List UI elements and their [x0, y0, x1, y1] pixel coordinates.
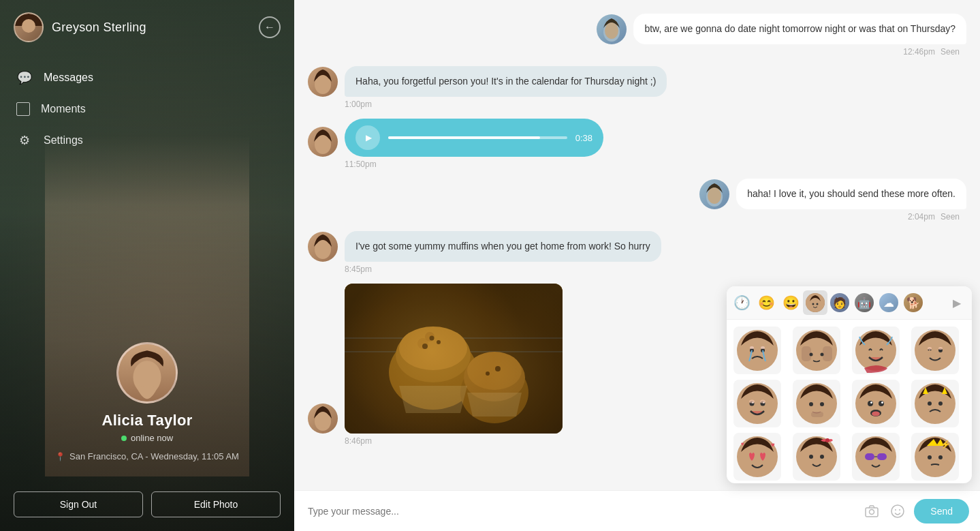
send-button[interactable]: Send — [914, 499, 969, 524]
svg-point-70 — [928, 401, 932, 406]
svg-point-78 — [820, 455, 824, 459]
svg-point-57 — [809, 402, 813, 406]
sticker-lightning[interactable]: ⚡ — [911, 433, 959, 481]
svg-point-20 — [433, 333, 447, 346]
emoji-tab-robot[interactable]: 🤖 — [852, 290, 876, 315]
sticker-devil[interactable] — [911, 380, 959, 427]
svg-point-54 — [749, 399, 755, 403]
svg-point-28 — [486, 371, 490, 376]
emoji-tab-grinning[interactable]: 😀 — [778, 290, 803, 315]
message-group-4: haha! I love it, you should send these m… — [308, 179, 966, 227]
svg-point-12 — [316, 412, 330, 428]
message-bubble: btw, are we gonna do date night tomorrow… — [633, 14, 966, 44]
message-group-1: btw, are we gonna do date night tomorrow… — [308, 14, 966, 62]
sticker-happy[interactable] — [733, 380, 781, 427]
message-time: 1:00pm — [345, 100, 372, 109]
girl-tab-image — [806, 293, 825, 312]
back-button[interactable]: ← — [259, 16, 281, 38]
sidebar-item-moments[interactable]: Moments — [0, 94, 294, 124]
svg-point-86 — [928, 455, 932, 459]
message-meta: Seen 12:46pm — [308, 46, 966, 62]
svg-rect-59 — [811, 412, 823, 417]
messages-icon: 💬 — [16, 70, 33, 86]
camera-icon[interactable] — [862, 502, 881, 521]
message-seen: Seen — [941, 212, 960, 222]
audio-duration: 0:38 — [575, 133, 592, 143]
message-text: haha! I love it, you should send these m… — [747, 188, 955, 199]
sign-out-button[interactable]: Sign Out — [14, 491, 143, 517]
edit-photo-button[interactable]: Edit Photo — [151, 491, 281, 517]
sticker-sunglasses[interactable] — [852, 433, 900, 481]
sticker-thoughtful[interactable] — [793, 380, 840, 427]
message-time: 11:50pm — [345, 160, 377, 169]
sticker-scared[interactable] — [852, 380, 900, 427]
svg-point-27 — [430, 336, 434, 341]
chef-tab-image: 🧑 — [830, 293, 849, 312]
moments-label: Moments — [41, 103, 86, 115]
sticker-embarrassed[interactable] — [793, 327, 840, 374]
svg-point-31 — [810, 298, 821, 310]
svg-point-4 — [316, 75, 330, 91]
emoji-tab-cloud[interactable]: ☁ — [876, 290, 901, 315]
svg-text:♥: ♥ — [771, 441, 775, 449]
sticker-laugh-cry[interactable] — [852, 327, 900, 374]
sidebar-item-settings[interactable]: ⚙ Settings — [0, 124, 294, 157]
svg-point-29 — [495, 366, 501, 371]
emoji-tab-next[interactable]: ▶ — [945, 290, 969, 315]
svg-rect-81 — [877, 453, 887, 460]
svg-point-61 — [868, 401, 873, 406]
message-row: haha! I love it, you should send these m… — [308, 179, 966, 209]
emoji-picker: 🕐 😊 😀 🧑 — [727, 286, 972, 483]
message-row: 0:38 — [308, 119, 966, 157]
svg-point-6 — [316, 135, 330, 151]
emoji-tab-chef[interactable]: 🧑 — [827, 290, 852, 315]
photo-message — [345, 284, 563, 434]
dog-tab-image: 🐕 — [904, 293, 923, 312]
emoji-tabs: 🕐 😊 😀 🧑 — [727, 286, 972, 320]
audio-progress-fill — [388, 136, 540, 139]
emoji-tab-recent[interactable]: 🕐 — [729, 290, 754, 315]
emoji-tab-dog[interactable]: 🐕 — [901, 290, 926, 315]
svg-point-43 — [820, 352, 823, 356]
svg-point-71 — [938, 401, 943, 406]
audio-progress-bar[interactable] — [388, 136, 567, 139]
play-button[interactable] — [355, 125, 380, 150]
svg-point-63 — [870, 401, 872, 404]
svg-point-48 — [938, 347, 943, 350]
message-seen: Seen — [941, 47, 960, 57]
cloud-tab-image: ☁ — [879, 293, 898, 312]
svg-point-26 — [437, 340, 441, 344]
svg-point-47 — [928, 347, 932, 350]
sidebar: Greyson Sterling ← 💬 Messages Moments ⚙ … — [0, 0, 294, 531]
sidebar-item-messages[interactable]: 💬 Messages — [0, 61, 294, 94]
message-input[interactable] — [305, 500, 855, 522]
emoji-tab-girl[interactable] — [803, 290, 827, 315]
sticker-wink[interactable] — [911, 327, 959, 374]
settings-icon: ⚙ — [16, 132, 33, 149]
online-status: online now — [121, 433, 173, 443]
online-indicator — [121, 436, 127, 441]
audio-message: 0:38 — [345, 119, 603, 157]
message-group-2: Haha, you forgetful person you! It's in … — [308, 66, 966, 115]
emoji-tab-smiley[interactable]: 😊 — [754, 290, 778, 315]
user-avatar — [14, 12, 44, 42]
sidebar-actions: Sign Out Edit Photo — [0, 491, 294, 531]
message-time: 8:45pm — [345, 264, 372, 274]
svg-point-76 — [825, 438, 829, 442]
message-text: Haha, you forgetful person you! It's in … — [355, 76, 656, 87]
sidebar-header: Greyson Sterling ← — [0, 0, 294, 55]
messages-label: Messages — [44, 72, 93, 84]
sender-avatar — [597, 14, 627, 44]
message-row: I've got some yummy muffins when you get… — [308, 231, 966, 262]
sticker-cry[interactable] — [733, 327, 781, 374]
sticker-bow[interactable] — [793, 433, 840, 481]
sticker-love[interactable]: ♥ ♥ — [733, 433, 781, 481]
svg-point-18 — [399, 327, 467, 370]
emoji-input-icon[interactable] — [888, 502, 907, 521]
svg-text:♥: ♥ — [741, 441, 744, 447]
svg-point-42 — [809, 352, 812, 356]
message-bubble: I've got some yummy muffins when you get… — [345, 231, 661, 262]
message-group-3: 0:38 11:50pm — [308, 119, 966, 175]
svg-point-90 — [891, 505, 904, 517]
sidebar-username: Greyson Sterling — [52, 20, 251, 35]
